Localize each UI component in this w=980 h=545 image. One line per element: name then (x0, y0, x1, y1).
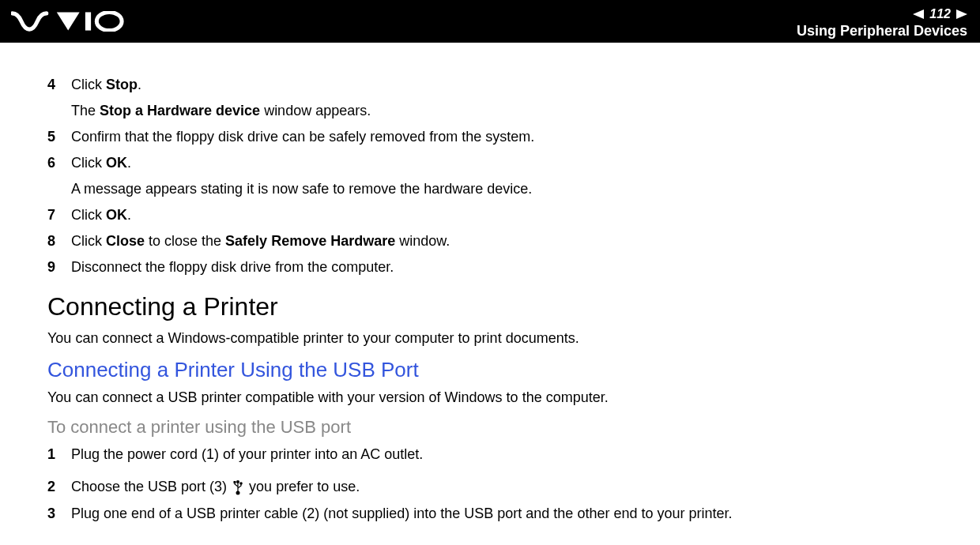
next-page-arrow-icon[interactable] (955, 9, 967, 20)
svg-marker-2 (913, 9, 924, 19)
step-item: 2Choose the USB port (3) you prefer to u… (47, 476, 933, 498)
page-content: 4Click Stop.The Stop a Hardware device w… (0, 43, 980, 545)
svg-point-1 (96, 12, 122, 30)
usb-icon (232, 477, 243, 498)
page-number: 112 (927, 7, 953, 21)
svg-point-8 (236, 490, 240, 494)
step-item: 7Click OK. (47, 205, 933, 226)
svg-rect-0 (85, 12, 91, 30)
step-number: 8 (47, 231, 71, 252)
step-text: Confirm that the floppy disk drive can b… (71, 126, 933, 148)
step-number: 5 (47, 126, 71, 148)
page-header: 112 Using Peripheral Devices (0, 0, 980, 43)
step-text: Plug one end of a USB printer cable (2) … (71, 503, 933, 524)
step-number: 6 (47, 152, 71, 174)
step-text: Click Stop. (71, 74, 933, 96)
svg-point-7 (239, 482, 243, 485)
step-item: 6Click OK. (47, 152, 933, 174)
page-nav: 112 (797, 7, 967, 21)
step-item: 8Click Close to close the Safely Remove … (47, 231, 933, 252)
step-text: Click Close to close the Safely Remove H… (71, 231, 933, 252)
step-subtext: A message appears stating it is now safe… (71, 179, 933, 200)
step-item: 4Click Stop. (47, 74, 933, 96)
svg-marker-3 (956, 9, 967, 19)
step-item: 5Confirm that the floppy disk drive can … (47, 126, 933, 148)
step-number: 7 (47, 205, 71, 226)
heading-usb-port: Connecting a Printer Using the USB Port (47, 358, 933, 382)
prev-page-arrow-icon[interactable] (913, 9, 925, 20)
svg-rect-6 (234, 481, 236, 483)
header-right: 112 Using Peripheral Devices (797, 4, 967, 39)
step-text: Choose the USB port (3) you prefer to us… (71, 476, 933, 498)
heading-to-connect: To connect a printer using the USB port (47, 417, 933, 438)
step-subtext: The Stop a Hardware device window appear… (71, 100, 933, 122)
step-item: 1Plug the power cord (1) of your printer… (47, 444, 933, 465)
body-connecting-printer: You can connect a Windows-compatible pri… (47, 328, 933, 348)
step-item: 3Plug one end of a USB printer cable (2)… (47, 503, 933, 524)
heading-connecting-printer: Connecting a Printer (47, 292, 933, 321)
step-item: 9Disconnect the floppy disk drive from t… (47, 257, 933, 278)
section-title: Using Peripheral Devices (797, 23, 967, 39)
step-text: Click OK. (71, 205, 933, 226)
step-number: 1 (47, 444, 71, 465)
step-text: Disconnect the floppy disk drive from th… (71, 257, 933, 278)
step-number: 2 (47, 476, 71, 498)
vaio-logo (11, 0, 125, 43)
body-usb-port: You can connect a USB printer compatible… (47, 387, 933, 408)
step-number: 4 (47, 74, 71, 96)
step-text: Plug the power cord (1) of your printer … (71, 444, 933, 465)
step-text: Click OK. (71, 152, 933, 174)
step-number: 3 (47, 503, 71, 524)
step-number: 9 (47, 257, 71, 278)
